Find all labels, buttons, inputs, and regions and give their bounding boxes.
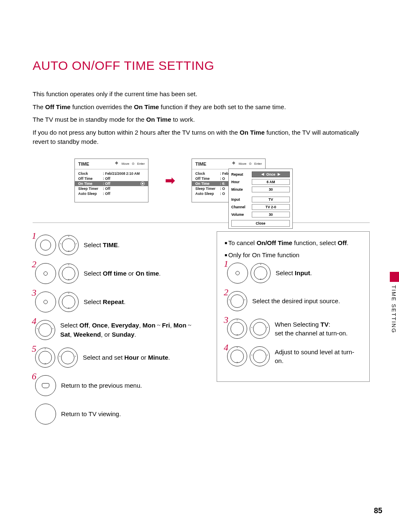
t: Off time xyxy=(103,270,127,277)
osd-offtime-value: : O xyxy=(220,176,225,181)
t: , xyxy=(170,322,173,329)
divider xyxy=(33,223,370,223)
osd-clock-label: Clock xyxy=(195,171,218,176)
v: Once xyxy=(266,172,275,176)
osd-autosleep-value: : O xyxy=(220,192,225,196)
intro-l1: This function operates only if the curre… xyxy=(33,90,197,97)
osd-sleeptimer-value: : Off xyxy=(103,187,110,191)
t: When Selecting xyxy=(275,321,320,328)
t: : xyxy=(328,321,330,328)
t: Select xyxy=(84,298,103,305)
return-button-icon xyxy=(35,404,56,425)
popup-volume-value: 30 xyxy=(252,212,290,217)
t: , or xyxy=(101,331,112,338)
rstep-3: 3 ˄˅ ˂˃ When Selecting TV:set the channe… xyxy=(225,319,362,339)
osd-autosleep-label: Auto Sleep xyxy=(195,192,218,196)
t: , xyxy=(70,331,73,338)
step-number: 3 xyxy=(32,287,36,298)
note-cancel: To cancel On/Off Time function, select O… xyxy=(225,238,362,247)
osd-title: TIME xyxy=(78,161,89,166)
osd-ontime-value: : 6: xyxy=(220,182,225,186)
osd-offtime-value: : Off xyxy=(103,176,110,181)
radio-icon xyxy=(141,182,145,186)
enter-dot-icon: ⊙ xyxy=(249,162,252,166)
rstep-4: 4 ˄˅ ˂˃ Adjust to sound level at turn-on… xyxy=(225,346,362,366)
enter-button-icon xyxy=(35,292,56,312)
t: To cancel xyxy=(228,239,257,246)
dpad-leftright-icon: ˂˃ xyxy=(227,291,247,311)
dpad-updown-icon: ˄˅ xyxy=(251,263,271,283)
dpad-icon: ˄˅˂˃ xyxy=(59,235,79,255)
t: . xyxy=(134,331,136,338)
step-6: 6 Return to the previous menu. xyxy=(33,375,204,396)
t: Select xyxy=(276,269,295,276)
step-5: 5 ˄˅ ˂˃ Select and set Hour or Minute. xyxy=(33,348,204,368)
popup-repeat-label: Repeat xyxy=(231,172,250,176)
t: If you do not press any button within 2 … xyxy=(33,129,240,136)
osd-menu-after-wrap: TIME Move ⊙ Enter Clock: Feb/21/2008 2:1… xyxy=(192,159,266,202)
t-ontime: On Time xyxy=(134,103,159,110)
popup-minute-label: Minute xyxy=(231,187,250,192)
t: function, select xyxy=(292,239,338,246)
popup-volume-label: Volume xyxy=(231,212,250,217)
t: Once xyxy=(92,322,108,329)
osd-sleeptimer-value: : O xyxy=(220,187,225,191)
dpad-updown-icon: ˄˅ xyxy=(59,263,79,284)
intro-text: This function operates only if the curre… xyxy=(33,90,370,147)
step-number: 2 xyxy=(224,287,228,298)
popup-minute-value: 30 xyxy=(252,187,290,192)
t: Select xyxy=(60,322,79,329)
note-onlyontime: Only for On Time function xyxy=(225,251,362,259)
t: Select the desired input source. xyxy=(252,297,340,305)
t-ontime: On Time xyxy=(146,116,171,123)
t: ~ xyxy=(156,322,162,329)
popup-input-label: Input xyxy=(231,197,250,202)
osd-clock-value: : Feb/21/2008 2:10 AM xyxy=(103,171,140,176)
move-icon xyxy=(115,162,119,166)
side-tab: TIME SETTING xyxy=(390,272,399,330)
t: Select and set xyxy=(83,354,124,361)
step-number: 4 xyxy=(32,316,36,327)
t: , xyxy=(107,322,111,329)
t: ~ xyxy=(187,322,192,329)
popup-hour-label: Hour xyxy=(231,180,250,184)
osd-sleeptimer-label: Sleep Timer xyxy=(78,187,101,191)
t: Hour xyxy=(124,354,139,361)
osd-autosleep-label: Auto Sleep xyxy=(78,192,101,196)
enter-button-icon xyxy=(35,263,56,284)
step-3: 3 ˄˅ Select Repeat. xyxy=(33,292,204,312)
enter-dot-icon: ⊙ xyxy=(132,162,135,166)
t: , xyxy=(139,322,142,329)
osd-ontime-label: On Time xyxy=(195,182,218,186)
dpad-updown-icon: ˄˅ xyxy=(227,319,247,339)
dpad-leftright-icon: ˂˃ xyxy=(58,348,78,368)
osd-offtime-label: Off Time xyxy=(195,176,218,181)
hint-move: Move xyxy=(239,162,246,166)
t: . xyxy=(310,269,312,276)
step-return: Return to TV viewing. xyxy=(33,404,204,425)
osd-title: TIME xyxy=(195,161,206,166)
ok-button-icon xyxy=(35,235,56,256)
step-number: 6 xyxy=(32,371,36,382)
t: or xyxy=(127,270,136,277)
t: Off xyxy=(338,239,347,246)
t: TV xyxy=(320,321,328,328)
popup-hour-value: 6 AM xyxy=(252,179,290,185)
t: . xyxy=(168,354,170,361)
rstep-2: 2 ˂˃ Select the desired input source. xyxy=(225,291,362,311)
osd-ontime-value: : Off xyxy=(103,182,110,186)
hint-enter: Enter xyxy=(254,162,262,166)
t: Only for On Time function xyxy=(228,251,299,258)
osd-menu-before: TIME Move ⊙ Enter Clock: Feb/21/2008 2:1… xyxy=(74,159,148,202)
t: Fri xyxy=(162,322,170,329)
t: Weekend xyxy=(74,331,101,338)
steps-left: 1 ˄˅˂˃ Select TIME. 2 ˄˅ Select Off time… xyxy=(33,231,204,432)
t-offtime: Off Time xyxy=(45,103,71,110)
t: Mon xyxy=(143,322,156,329)
popup-channel-value: TV 2-0 xyxy=(252,204,290,210)
t: The xyxy=(33,103,45,110)
t: On/Off Time xyxy=(256,239,292,246)
osd-sleeptimer-label: Sleep Timer xyxy=(195,187,218,191)
popup-repeat-value: ◀Once▶ xyxy=(252,171,290,177)
t: Mon xyxy=(174,322,187,329)
